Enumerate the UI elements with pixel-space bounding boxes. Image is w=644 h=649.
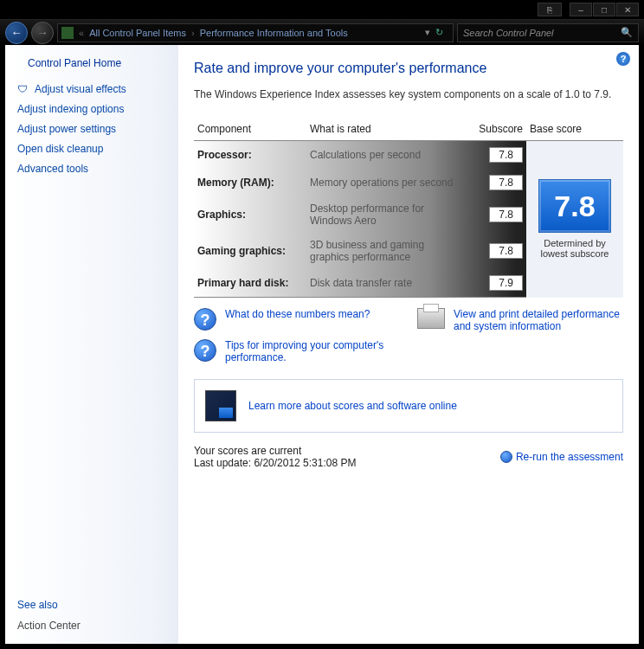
- software-box-icon: [205, 390, 236, 421]
- sidebar-item-label: Adjust visual effects: [35, 83, 126, 95]
- link-tips[interactable]: ? Tips for improving your computer's per…: [194, 339, 400, 363]
- see-also-heading: See also: [17, 599, 171, 611]
- breadcrumb-sep: «: [79, 28, 84, 38]
- help-links-row: ? What do these numbers mean? ? Tips for…: [194, 308, 623, 372]
- link-learn-more[interactable]: Learn more about scores and software onl…: [248, 400, 457, 412]
- question-icon: ?: [194, 308, 216, 331]
- subscore-value: 7.8: [489, 147, 523, 163]
- component-label: Memory (RAM):: [194, 169, 306, 196]
- forward-button[interactable]: →: [31, 22, 54, 44]
- control-panel-home-link[interactable]: Control Panel Home: [17, 57, 171, 69]
- sidebar-item-label: Adjust indexing options: [17, 103, 124, 115]
- component-label: Gaming graphics:: [194, 233, 306, 269]
- refresh-circle-icon: [500, 451, 512, 463]
- close-button[interactable]: ✕: [616, 3, 639, 16]
- help-icon[interactable]: ?: [616, 52, 630, 66]
- col-subscore: Subscore: [462, 118, 526, 141]
- component-desc: Disk data transfer rate: [306, 269, 462, 298]
- last-update-text: Last update: 6/20/2012 5:31:08 PM: [194, 457, 356, 469]
- component-desc: Calculations per second: [306, 141, 462, 170]
- subscore-value: 7.9: [489, 275, 523, 291]
- sidebar-item-indexing[interactable]: Adjust indexing options: [17, 103, 171, 115]
- nav-bar: ← → « All Control Panel Items › Performa…: [0, 19, 644, 45]
- search-input[interactable]: Search Control Panel 🔍: [457, 23, 639, 42]
- content: Control Panel Home 🛡 Adjust visual effec…: [5, 45, 639, 644]
- component-desc: Memory operations per second: [306, 169, 462, 196]
- search-placeholder: Search Control Panel: [463, 28, 554, 38]
- col-base: Base score: [526, 118, 623, 141]
- link-what-numbers-mean[interactable]: ? What do these numbers mean?: [194, 308, 400, 331]
- link-text: What do these numbers mean?: [225, 308, 370, 320]
- sidebar: Control Panel Home 🛡 Adjust visual effec…: [5, 45, 178, 644]
- scores-current-text: Your scores are current: [194, 445, 356, 457]
- subscore-value: 7.8: [489, 207, 523, 222]
- breadcrumb-performance[interactable]: Performance Information and Tools: [200, 28, 348, 38]
- sidebar-item-power[interactable]: Adjust power settings: [17, 123, 171, 135]
- rerun-label: Re-run the assessment: [516, 451, 623, 463]
- breadcrumb-all-items[interactable]: All Control Panel Items: [89, 28, 186, 38]
- table-row: Processor: Calculations per second 7.8 7…: [194, 141, 623, 170]
- base-score-label: Determined by lowest subscore: [530, 238, 620, 259]
- titlebar: ⎘ – □ ✕: [0, 0, 644, 19]
- subscore-value: 7.8: [489, 243, 523, 259]
- status-row: Your scores are current Last update: 6/2…: [194, 445, 623, 469]
- base-score-badge: 7.8: [538, 179, 611, 233]
- sidebar-item-label: Adjust power settings: [17, 123, 116, 135]
- sidebar-item-disk-cleanup[interactable]: Open disk cleanup: [17, 143, 171, 155]
- component-label: Processor:: [194, 141, 306, 170]
- subscore-value: 7.8: [489, 175, 523, 190]
- main-panel: ? Rate and improve your computer's perfo…: [178, 45, 639, 644]
- maximize-button[interactable]: □: [593, 3, 615, 16]
- link-text: Tips for improving your computer's perfo…: [225, 339, 400, 363]
- col-rated: What is rated: [306, 118, 462, 141]
- shield-icon: 🛡: [17, 83, 29, 95]
- question-icon: ?: [194, 339, 216, 362]
- component-label: Primary hard disk:: [194, 269, 306, 298]
- component-desc: 3D business and gaming graphics performa…: [306, 233, 462, 269]
- control-panel-icon: [61, 27, 74, 39]
- page-subtitle: The Windows Experience Index assesses ke…: [194, 88, 623, 100]
- chevron-right-icon: ›: [191, 28, 195, 38]
- sidebar-item-label: Open disk cleanup: [17, 143, 103, 155]
- sidebar-item-label: Advanced tools: [17, 163, 88, 175]
- window: ⎘ – □ ✕ ← → « All Control Panel Items › …: [0, 0, 644, 649]
- address-dropdown-icon[interactable]: ▾: [425, 27, 430, 38]
- minimize-button[interactable]: –: [570, 3, 592, 16]
- search-icon[interactable]: 🔍: [621, 27, 633, 38]
- aero-snap-icon[interactable]: ⎘: [538, 3, 562, 16]
- sidebar-item-advanced-tools[interactable]: Advanced tools: [17, 163, 171, 175]
- component-label: Graphics:: [194, 196, 306, 233]
- learn-more-box: Learn more about scores and software onl…: [194, 379, 623, 433]
- refresh-icon[interactable]: ↻: [435, 27, 449, 38]
- score-table: Component What is rated Subscore Base sc…: [194, 118, 623, 298]
- rerun-assessment-link[interactable]: Re-run the assessment: [500, 445, 623, 469]
- action-center-link[interactable]: Action Center: [17, 620, 171, 632]
- component-desc: Desktop performance for Windows Aero: [306, 196, 462, 233]
- base-score-cell: 7.8 Determined by lowest subscore: [526, 141, 623, 298]
- printer-icon: [417, 308, 445, 329]
- link-text: View and print detailed performance and …: [454, 308, 623, 332]
- sidebar-item-visual-effects[interactable]: 🛡 Adjust visual effects: [17, 83, 171, 95]
- link-view-print[interactable]: View and print detailed performance and …: [417, 308, 623, 332]
- col-component: Component: [194, 118, 306, 141]
- page-title: Rate and improve your computer's perform…: [194, 61, 623, 76]
- address-bar[interactable]: « All Control Panel Items › Performance …: [57, 23, 454, 42]
- table-header-row: Component What is rated Subscore Base sc…: [194, 118, 623, 141]
- back-button[interactable]: ←: [5, 22, 28, 44]
